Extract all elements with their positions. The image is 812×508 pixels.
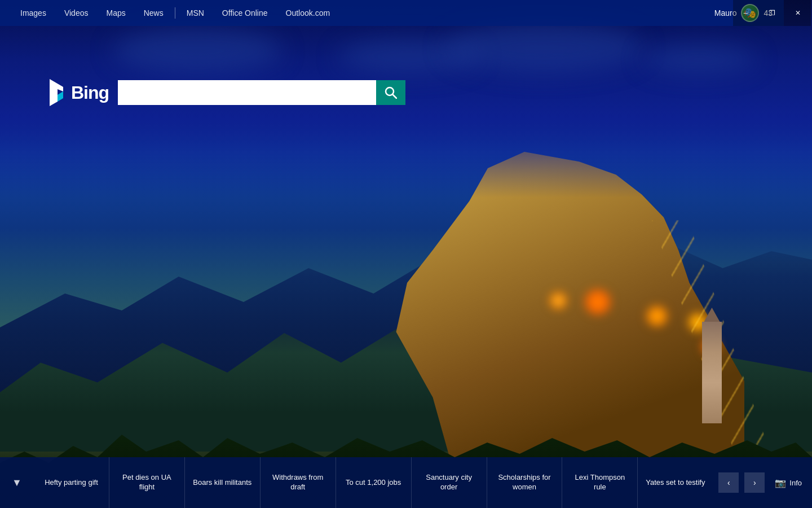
nav-item-maps[interactable]: Maps [97,0,134,26]
next-button[interactable]: › [744,472,765,493]
nav-item-office[interactable]: Office Online [213,0,277,26]
svg-line-3 [392,94,396,98]
news-item[interactable]: Withdraws from draft [261,457,336,508]
news-item[interactable]: Lexi Thompson rule [562,457,638,508]
window-controls: ─ ❐ ✕ [733,0,812,26]
restore-button[interactable]: ❐ [759,0,785,26]
nav-item-images[interactable]: Images [11,0,55,26]
nav-divider [175,7,175,19]
bing-logo-icon [45,79,68,106]
light-3 [547,291,570,310]
nav-item-outlook[interactable]: Outlook.com [277,0,339,26]
bottom-bar: ▼ Hefty parting gift Pet dies on UA flig… [0,457,812,508]
news-item[interactable]: To cut 1,200 jobs [336,457,412,508]
minimize-button[interactable]: ─ [733,0,759,26]
nav-item-videos[interactable]: Videos [55,0,98,26]
svg-marker-1 [58,91,63,102]
nav-bar: Images Videos Maps News MSN Office Onlin… [0,0,784,26]
news-item[interactable]: Sanctuary city order [412,457,487,508]
search-box [118,80,405,105]
news-item[interactable]: Yates set to testify [638,457,713,508]
news-item[interactable]: Boars kill militants [185,457,261,508]
tower [702,322,722,423]
search-icon [385,86,397,99]
svg-marker-0 [50,79,63,106]
search-input[interactable] [118,80,376,105]
nav-item-msn[interactable]: MSN [178,0,213,26]
camera-icon: 📷 [775,478,786,488]
info-button[interactable]: 📷 Info [770,475,806,491]
bottom-toggle-button[interactable]: ▼ [0,457,34,508]
bottom-right-controls: ‹ › 📷 Info [713,472,812,493]
nav-item-news[interactable]: News [135,0,173,26]
news-item[interactable]: Scholarships for women [487,457,563,508]
news-item[interactable]: Pet dies on UA flight [109,457,185,508]
info-label: Info [789,479,802,487]
news-item[interactable]: Hefty parting gift [34,457,109,508]
close-button[interactable]: ✕ [785,0,811,26]
search-button[interactable] [376,80,405,105]
bing-text: Bing [71,82,109,103]
search-area: Bing [45,79,405,106]
news-ticker: Hefty parting gift Pet dies on UA flight… [34,457,713,508]
toggle-icon: ▼ [12,477,22,489]
light-2 [643,305,671,327]
light-1 [581,288,615,316]
clouds [0,17,812,130]
prev-button[interactable]: ‹ [718,472,739,493]
bing-logo: Bing [45,79,109,106]
